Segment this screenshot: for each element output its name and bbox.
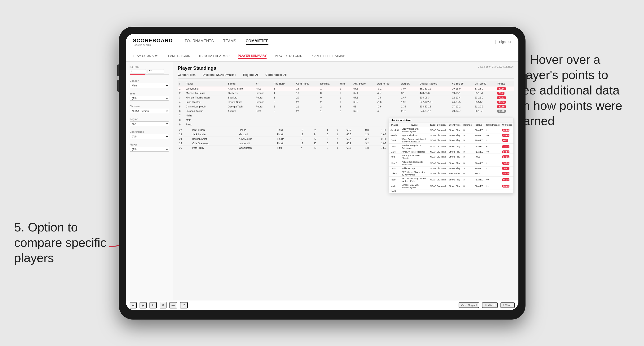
main-content: No Rds. Gender Men — [126, 62, 518, 300]
clock-button[interactable]: ⏱ — [180, 302, 188, 309]
col-conf-rank: Conf Rank — [295, 81, 319, 86]
sidebar-player-label: Player — [130, 143, 169, 146]
table-row: 1 Wenyi Ding Arizona State First 1 15 1 … — [178, 86, 514, 91]
logo-subtitle: Powered by clippi — [133, 44, 173, 46]
nav-teams[interactable]: TEAMS — [223, 39, 236, 45]
tooltip-popup: Jackson Koivun Player Event Event Divisi… — [389, 118, 514, 193]
volume-down-button — [117, 80, 119, 92]
watch-label: Watch — [488, 304, 495, 307]
view-original-button[interactable]: View: Original — [458, 302, 480, 308]
sub-nav-player-summary[interactable]: PLAYER SUMMARY — [238, 53, 267, 59]
tooltip-header: Jackson Koivun — [389, 118, 513, 123]
tooltip-row: Phich Southern Highlands Collegiate NCAA… — [389, 143, 513, 150]
sub-nav-team-h2h-grid[interactable]: TEAM H2H GRID — [166, 53, 190, 59]
sidebar-section-conference: Conference (All) — [130, 130, 169, 139]
panel-header: Player Standings Update time: 27/01/2024… — [178, 65, 514, 71]
bottom-toolbar: ◀ ▶ ↻ ⧉ — ⏱ View: Origi — [126, 300, 518, 310]
col-school: School — [226, 81, 254, 86]
back-icon: ◀ — [132, 304, 134, 307]
top-nav: SCOREBOARD Powered by clippi TOURNAMENTS… — [126, 34, 518, 50]
sidebar-gender-select[interactable]: Men — [130, 83, 169, 88]
sidebar: No Rds. Gender Men — [126, 62, 173, 300]
logo-area: SCOREBOARD Powered by clippi — [133, 37, 173, 46]
sidebar-gender-label: Gender — [130, 79, 169, 82]
col-wins: Wins — [338, 81, 352, 86]
sidebar-division-label: Division — [130, 105, 169, 108]
sidebar-year-label: Year — [130, 92, 169, 95]
tooltip-row: Tiger SEC Stroke Play hosted by Jerry Pa… — [389, 176, 513, 183]
share-icon: ⤴ — [503, 304, 504, 307]
sidebar-no-rds-slider-fill — [130, 74, 146, 75]
update-time: Update time: 27/01/2024 16:56:26 — [478, 65, 514, 68]
tooltip-table: Player Event Event Division Event Type R… — [389, 123, 513, 193]
center-panel: Player Standings Update time: 27/01/2024… — [173, 62, 518, 300]
view-label: View: Original — [461, 304, 477, 307]
col-avg-sg: Avg SG — [400, 81, 418, 86]
filter-row: Gender: Men Division: NCAA Division I Re… — [178, 73, 514, 79]
refresh-icon: ↻ — [152, 304, 154, 307]
outer-wrapper: 4. Hover over a player's points to see a… — [0, 0, 644, 346]
clock-icon: ⏱ — [182, 304, 186, 307]
sidebar-section-region: Region N/A — [130, 118, 169, 126]
logo-title: SCOREBOARD — [133, 37, 173, 44]
nav-left: SCOREBOARD Powered by clippi TOURNAMENTS… — [133, 37, 268, 46]
tooltip-row: Luke I SEC Match Play hosted by Jerry Pa… — [389, 170, 513, 176]
nav-tournaments[interactable]: TOURNAMENTS — [184, 39, 214, 45]
tooltip-row: Tashi — [389, 189, 513, 193]
tooltip-row: Jacob C UNCW Seahawk Intercollegiate NCA… — [389, 127, 513, 133]
tooltip-row: Brent Wake Forest Invitational at Pinehu… — [389, 137, 513, 143]
panel-title: Player Standings — [178, 65, 216, 71]
sidebar-year-select[interactable]: (All) — [130, 96, 169, 101]
sidebar-conference-select[interactable]: (All) — [130, 134, 169, 139]
separator-button[interactable]: — — [169, 302, 177, 309]
back-button[interactable]: ◀ — [130, 302, 137, 309]
sidebar-no-rds-max[interactable] — [148, 69, 164, 73]
sidebar-no-rds-slider[interactable] — [130, 74, 169, 75]
filter-division: NCAA Division I — [216, 73, 236, 77]
tablet-screen: SCOREBOARD Powered by clippi TOURNAMENTS… — [126, 34, 518, 310]
tooltip-row: Mutti Mirabel Maui Jim Intercollegiate N… — [389, 183, 513, 189]
filter-gender: Men — [190, 73, 196, 77]
sign-out-link[interactable]: Sign out — [499, 40, 511, 44]
watch-button[interactable]: 👁 Watch — [482, 302, 498, 308]
sidebar-player-select[interactable]: (All) — [130, 147, 169, 152]
tooltip-row: Jake I The Cypress Point Classic NCAA Di… — [389, 154, 513, 160]
table-row: 3 Michael Thorbjornsen Stanford Fourth 1… — [178, 95, 514, 100]
nav-items: TOURNAMENTS TEAMS COMMITTEE — [184, 39, 268, 45]
sidebar-division-select[interactable]: NCAA Division I — [130, 109, 169, 113]
share-label: Share — [505, 304, 512, 307]
power-button — [526, 74, 527, 88]
copy-button[interactable]: ⧉ — [160, 302, 166, 309]
table-container: # Player School Yr Reg Rank Conf Rank No… — [178, 81, 514, 127]
col-points: Points — [496, 81, 514, 86]
sidebar-section-year: Year (All) — [130, 92, 169, 101]
tablet-frame: SCOREBOARD Powered by clippi TOURNAMENTS… — [119, 27, 526, 320]
sub-nav-team-summary[interactable]: TEAM SUMMARY — [133, 53, 158, 59]
table-row: 2 Michael La Sasso Ole Miss Second 1 18 … — [178, 91, 514, 95]
sub-nav-player-h2h-heatmap[interactable]: PLAYER H2H HEATMAP — [310, 53, 345, 59]
filter-region: All — [255, 73, 258, 77]
nav-right: | Sign out — [495, 40, 511, 44]
forward-icon: ▶ — [142, 304, 144, 307]
filter-conference: All — [283, 73, 286, 77]
sub-nav-player-h2h-grid[interactable]: PLAYER H2H GRID — [275, 53, 302, 59]
nav-committee[interactable]: COMMITTEE — [246, 39, 268, 45]
table-row: 7 Niche — [178, 113, 514, 118]
sidebar-section-gender: Gender Men — [130, 79, 169, 88]
sidebar-section-no-rds: No Rds. — [130, 65, 169, 75]
forward-button[interactable]: ▶ — [140, 302, 147, 309]
share-button[interactable]: ⤴ Share — [500, 302, 514, 308]
refresh-button[interactable]: ↻ — [150, 302, 157, 309]
col-vs50: Vs Top 50 — [473, 81, 496, 86]
sidebar-no-rds-min[interactable] — [130, 69, 146, 73]
sidebar-section-player: Player (All) — [130, 143, 169, 152]
tooltip-row: Gordo Tiger Invitational NCAA Division I… — [389, 133, 513, 137]
sub-nav: TEAM SUMMARY TEAM H2H GRID TEAM H2H HEAT… — [126, 50, 518, 62]
col-no-rds: No Rds. — [319, 81, 338, 86]
sidebar-region-select[interactable]: N/A — [130, 121, 169, 126]
col-vs25: Vs Top 25 — [450, 81, 473, 86]
sub-nav-team-h2h-heatmap[interactable]: TEAM H2H HEATMAP — [198, 53, 230, 59]
table-row: 4 Luke Clanton Florida State Second 5 27… — [178, 100, 514, 104]
watch-icon: 👁 — [484, 304, 487, 307]
tooltip-row: David Williams Cup NCAA Division I Strok… — [389, 166, 513, 170]
